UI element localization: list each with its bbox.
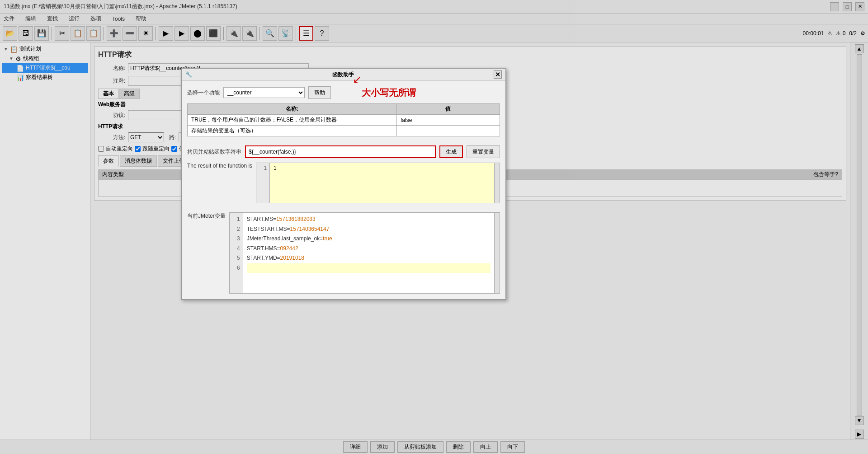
- col-value-header: 值: [396, 104, 500, 115]
- result-scrollbar[interactable]: [494, 163, 500, 203]
- param-row-2: 存储结果的变量名（可选）: [188, 126, 500, 136]
- var-line-3: JMeterThread.last_sample_ok=true: [247, 234, 491, 244]
- vars-label: 当前JMeter变量: [187, 212, 226, 220]
- annotation-container: 大小写无所谓 ↙: [362, 87, 416, 99]
- generate-button[interactable]: 生成: [439, 145, 463, 158]
- dialog-title-bar: 🔧 函数助手 ✕: [182, 69, 505, 81]
- function-select[interactable]: __counter __Random __time: [223, 87, 305, 98]
- result-area: 1 1: [256, 163, 500, 203]
- var-line-6: [247, 263, 491, 273]
- var-line-5: START.YMD=20191018: [247, 253, 491, 263]
- dialog-icon: 🔧: [185, 71, 192, 78]
- function-helper-dialog: 🔧 函数助手 ✕ 选择一个功能 __counter __Random __tim…: [181, 68, 506, 300]
- param-name-2: 存储结果的变量名（可选）: [188, 126, 397, 136]
- modal-overlay: 🔧 函数助手 ✕ 选择一个功能 __counter __Random __tim…: [0, 0, 868, 454]
- param-value-1[interactable]: [396, 115, 500, 126]
- arrow-down: ↙: [353, 73, 362, 86]
- result-content: 1: [270, 163, 494, 203]
- var-value-3: true: [323, 234, 332, 244]
- var-line-1: START.MS=1571361882083: [247, 215, 491, 225]
- param-value-input-1[interactable]: [401, 117, 496, 123]
- generate-input[interactable]: [245, 145, 436, 158]
- generate-label: 拷贝并粘贴函数字符串: [187, 148, 241, 156]
- result-value: 1: [274, 165, 277, 171]
- vars-content: START.MS=1571361882083 TESTSTART.MS=1571…: [243, 213, 494, 293]
- dialog-body: 选择一个功能 __counter __Random __time 帮助 大小写无…: [182, 81, 505, 299]
- param-value-input-2[interactable]: [401, 128, 496, 134]
- params-section: 名称: 值 TRUE，每个用户有自己的计数器；FALSE，使用全局计数器 存储结…: [187, 103, 500, 141]
- help-button[interactable]: 帮助: [308, 86, 331, 99]
- reset-button[interactable]: 重置变量: [467, 145, 500, 158]
- vars-area: 123456 START.MS=1571361882083 TESTSTART.…: [229, 212, 500, 294]
- var-value-4: 092442: [280, 244, 298, 254]
- result-line-numbers: 1: [256, 163, 270, 203]
- result-prefix-label: The result of the function is: [187, 163, 252, 169]
- var-line-2: TESTSTART.MS=1571403654147: [247, 225, 491, 234]
- annotation-text: 大小写无所谓: [362, 87, 416, 99]
- var-name-4: START.HMS=: [247, 244, 280, 254]
- dialog-title-label: 函数助手: [332, 71, 354, 79]
- param-value-2[interactable]: [396, 126, 500, 136]
- var-value-2: 1571403654147: [290, 225, 330, 234]
- select-function-label: 选择一个功能: [187, 89, 220, 97]
- generate-row: 拷贝并粘贴函数字符串 生成 重置变量: [187, 145, 500, 158]
- var-name-2: TESTSTART.MS=: [247, 225, 290, 234]
- var-value-5: 20191018: [280, 253, 304, 263]
- dialog-close-button[interactable]: ✕: [494, 70, 502, 79]
- var-name-3: JMeterThread.last_sample_ok=: [247, 234, 323, 244]
- var-name-1: START.MS=: [247, 215, 276, 225]
- var-value-1: 1571361882083: [276, 215, 316, 225]
- vars-line-numbers: 123456: [230, 213, 243, 293]
- params-left: 名称: 值 TRUE，每个用户有自己的计数器；FALSE，使用全局计数器 存储结…: [187, 103, 500, 141]
- var-name-5: START.YMD=: [247, 253, 280, 263]
- col-name-header: 名称:: [188, 104, 397, 115]
- params-table: 名称: 值 TRUE，每个用户有自己的计数器；FALSE，使用全局计数器 存储结…: [187, 103, 500, 136]
- param-row-1: TRUE，每个用户有自己的计数器；FALSE，使用全局计数器: [188, 115, 500, 126]
- function-selector-row: 选择一个功能 __counter __Random __time 帮助 大小写无…: [187, 86, 500, 99]
- variables-section: 当前JMeter变量 123456 START.MS=1571361882083…: [187, 212, 500, 294]
- result-section: The result of the function is 1 1: [187, 163, 500, 208]
- var-line-4: START.HMS=092442: [247, 244, 491, 254]
- vars-scrollbar[interactable]: [494, 213, 500, 293]
- param-name-1: TRUE，每个用户有自己的计数器；FALSE，使用全局计数器: [188, 115, 397, 126]
